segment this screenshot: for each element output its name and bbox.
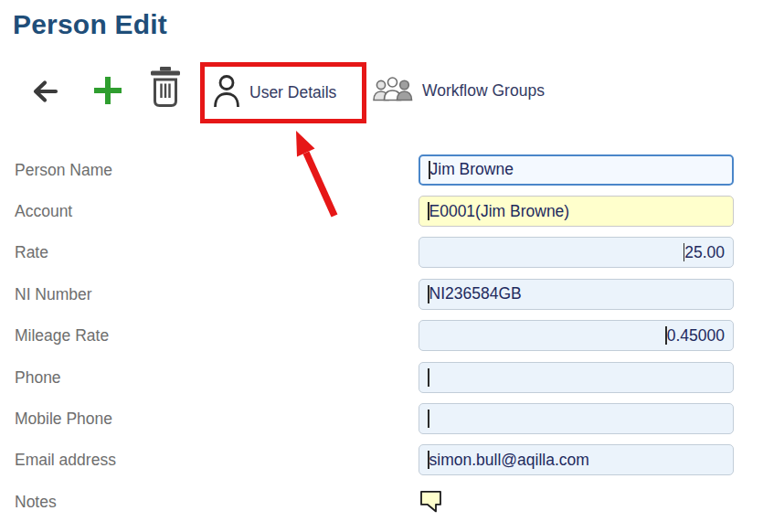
person-name-label: Person Name [15, 160, 112, 179]
back-button[interactable] [31, 79, 58, 107]
person-icon [213, 74, 240, 111]
phone-field[interactable] [419, 362, 734, 393]
user-details-label: User Details [249, 83, 336, 102]
trash-icon [149, 67, 182, 112]
ni-number-label: NI Number [15, 284, 92, 303]
email-address-field[interactable]: simon.bull@aqilla.com [419, 444, 734, 475]
add-button[interactable] [91, 74, 124, 110]
page-title: Person Edit [13, 9, 167, 40]
field-value: simon.bull@aqilla.com [429, 451, 589, 470]
rate-label: Rate [15, 243, 48, 262]
form-row: Person Name Jim Browne [0, 149, 763, 190]
field-value: E0001(Jim Browne) [429, 202, 570, 221]
form-row: Notes [0, 481, 763, 522]
notes-button[interactable] [419, 489, 443, 514]
text-caret [428, 368, 429, 387]
form-row: NI Number NI236584GB [0, 273, 763, 314]
text-caret [428, 410, 429, 428]
phone-label: Phone [15, 367, 61, 387]
ni-number-field[interactable]: NI236584GB [419, 279, 734, 310]
plus-icon [91, 74, 124, 110]
form-row: Rate 25.00 [0, 232, 763, 273]
mileage-rate-label: Mileage Rate [15, 326, 109, 346]
form-row: Mileage Rate 0.45000 [0, 315, 763, 356]
people-group-icon [373, 77, 413, 104]
form-row: Account E0001(Jim Browne) [0, 190, 763, 231]
email-address-label: Email address [15, 451, 116, 470]
notes-label: Notes [15, 492, 57, 511]
delete-button[interactable] [149, 67, 182, 112]
account-label: Account [15, 202, 72, 221]
account-field[interactable]: E0001(Jim Browne) [419, 196, 734, 227]
field-value: 25.00 [684, 243, 725, 262]
field-value: 0.45000 [667, 326, 725, 346]
person-edit-form: Person Name Jim Browne Account E0001(Jim… [0, 149, 763, 523]
field-value: Jim Browne [430, 160, 514, 179]
speech-bubble-icon [419, 503, 443, 516]
mileage-rate-field[interactable]: 0.45000 [419, 320, 734, 351]
arrow-left-icon [31, 79, 58, 107]
field-value: NI236584GB [429, 284, 522, 303]
mobile-phone-field[interactable] [419, 403, 734, 434]
user-details-button[interactable]: User Details [213, 74, 336, 111]
form-row: Mobile Phone [0, 398, 763, 439]
form-row: Phone [0, 356, 763, 398]
mobile-phone-label: Mobile Phone [15, 410, 112, 429]
person-name-field[interactable]: Jim Browne [419, 154, 734, 186]
rate-field[interactable]: 25.00 [419, 237, 734, 268]
form-row: Email address simon.bull@aqilla.com [0, 440, 763, 481]
workflow-groups-button[interactable]: Workflow Groups [373, 72, 545, 109]
workflow-groups-label: Workflow Groups [422, 81, 545, 101]
person-edit-page: Person Edit [0, 0, 763, 532]
